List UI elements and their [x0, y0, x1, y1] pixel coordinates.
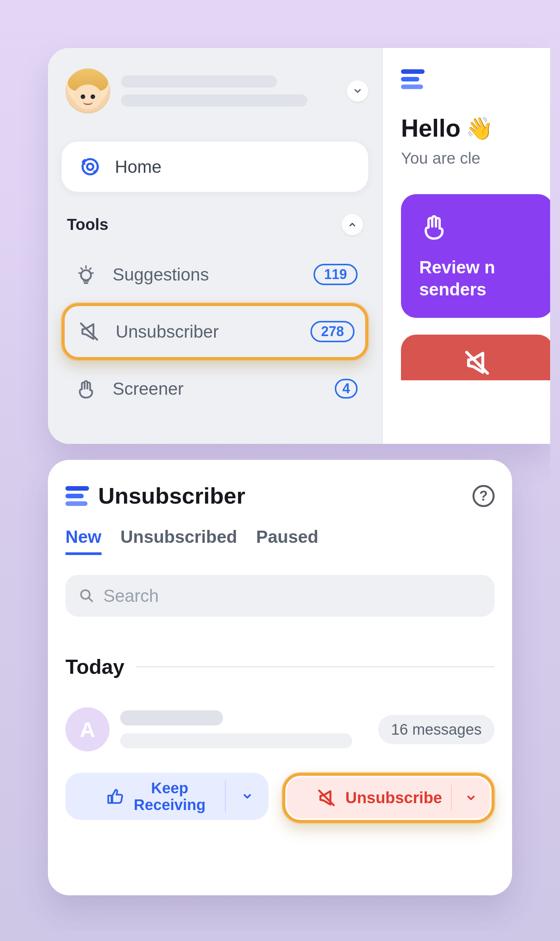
- chevron-up-icon: [348, 220, 357, 229]
- keep-receiving-menu[interactable]: [226, 773, 269, 820]
- search-bar[interactable]: [65, 575, 495, 617]
- brand-logo-icon: [65, 486, 89, 506]
- review-card-line2: senders: [419, 279, 535, 301]
- wave-emoji-icon: 👋: [466, 115, 493, 141]
- sidebar-item-home[interactable]: Home: [62, 142, 368, 192]
- today-label: Today: [65, 655, 124, 678]
- suggestions-label: Suggestions: [113, 264, 301, 285]
- unsubscribe-promo-card[interactable]: [401, 335, 550, 380]
- keep-line2: Receiving: [134, 796, 206, 813]
- sidebar-item-suggestions[interactable]: Suggestions 119: [62, 246, 368, 303]
- sender-avatar: A: [65, 707, 110, 751]
- tab-paused[interactable]: Paused: [256, 526, 318, 555]
- avatar: [65, 69, 110, 113]
- tab-unsubscribed[interactable]: Unsubscribed: [121, 526, 237, 555]
- sender-row[interactable]: A 16 messages: [65, 707, 495, 751]
- search-input[interactable]: [103, 585, 481, 606]
- sidebar-item-screener[interactable]: Screener 4: [62, 360, 368, 417]
- tab-new[interactable]: New: [65, 526, 102, 555]
- lightbulb-icon: [75, 263, 97, 286]
- chevron-down-icon: [465, 792, 477, 804]
- question-mark-icon: ?: [479, 488, 488, 504]
- sidebar-item-unsubscriber[interactable]: Unsubscriber 278: [62, 303, 368, 360]
- hand-icon: [419, 212, 449, 241]
- sender-name-placeholder: [120, 710, 368, 748]
- chevron-down-icon: [353, 86, 363, 96]
- keep-line1: Keep: [134, 780, 206, 796]
- svg-point-1: [87, 164, 93, 170]
- review-card-line1: Review n: [419, 257, 535, 279]
- sender-initial: A: [80, 717, 95, 742]
- unsubscribe-menu[interactable]: [452, 777, 490, 818]
- hand-icon: [75, 378, 97, 400]
- profile-name-placeholder: [121, 75, 336, 107]
- home-main-column: Hello 👋 You are cle Review n senders: [383, 48, 550, 444]
- help-button[interactable]: ?: [473, 485, 495, 507]
- sidebar: Home Tools Suggestions 119: [48, 48, 383, 444]
- tools-collapse-button[interactable]: [342, 214, 363, 235]
- tools-section-header: Tools: [62, 192, 368, 246]
- keep-receiving-button[interactable]: Keep Receiving: [65, 773, 269, 820]
- account-menu-chevron[interactable]: [347, 80, 368, 102]
- profile-row[interactable]: [62, 69, 368, 113]
- megaphone-off-icon: [77, 320, 101, 343]
- tools-section-label: Tools: [67, 215, 108, 234]
- unsubscriber-label: Unsubscriber: [116, 321, 298, 342]
- unsubscribe-button[interactable]: Unsubscribe: [287, 777, 490, 818]
- chevron-down-icon: [242, 791, 253, 802]
- hello-heading: Hello 👋: [401, 114, 550, 142]
- brand-logo-icon: [401, 69, 550, 89]
- action-row: Keep Receiving Unsubscribe: [65, 773, 495, 823]
- unsubscriber-tabs: New Unsubscribed Paused: [65, 526, 495, 555]
- suggestions-badge: 119: [313, 264, 358, 285]
- review-new-senders-card[interactable]: Review n senders: [401, 194, 550, 318]
- message-count-chip: 16 messages: [378, 715, 495, 744]
- section-header-today: Today: [65, 655, 495, 678]
- screener-badge: 4: [335, 379, 358, 399]
- hello-title: Hello: [401, 114, 460, 142]
- unsubscriber-title: Unsubscriber: [98, 483, 463, 509]
- megaphone-off-icon: [316, 787, 337, 809]
- home-label: Home: [115, 156, 162, 177]
- search-icon: [79, 588, 94, 604]
- unsubscribe-label: Unsubscribe: [345, 789, 442, 807]
- unsubscribe-highlight: Unsubscribe: [282, 773, 495, 823]
- screener-label: Screener: [113, 378, 322, 399]
- at-home-icon: [79, 156, 101, 178]
- sidebar-and-home-panel: Home Tools Suggestions 119: [48, 48, 550, 444]
- hello-subtitle: You are cle: [401, 149, 550, 167]
- unsubscriber-badge: 278: [310, 321, 355, 342]
- unsubscriber-panel: Unsubscriber ? New Unsubscribed Paused T…: [48, 460, 512, 895]
- thumbs-up-icon: [106, 786, 126, 806]
- svg-point-2: [81, 270, 91, 280]
- megaphone-off-icon: [460, 348, 494, 378]
